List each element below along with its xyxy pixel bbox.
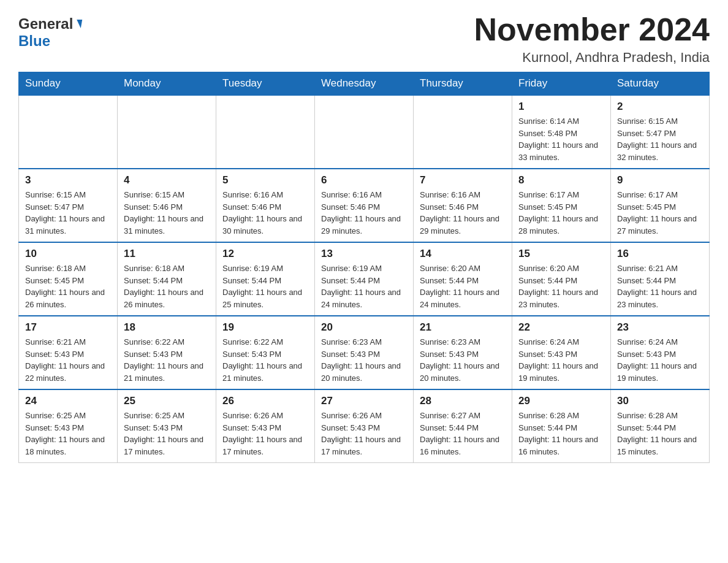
day-number: 2 (617, 101, 703, 113)
calendar-cell: 16Sunrise: 6:21 AMSunset: 5:44 PMDayligh… (611, 242, 710, 316)
day-info: Sunrise: 6:28 AMSunset: 5:44 PMDaylight:… (617, 410, 703, 458)
day-info: Sunrise: 6:19 AMSunset: 5:44 PMDaylight:… (222, 262, 308, 310)
calendar-cell: 7Sunrise: 6:16 AMSunset: 5:46 PMDaylight… (414, 169, 512, 242)
day-number: 4 (124, 174, 210, 186)
day-info: Sunrise: 6:27 AMSunset: 5:44 PMDaylight:… (420, 410, 506, 458)
day-number: 10 (25, 248, 111, 260)
calendar-cell: 11Sunrise: 6:18 AMSunset: 5:44 PMDayligh… (118, 242, 216, 316)
day-info: Sunrise: 6:26 AMSunset: 5:43 PMDaylight:… (321, 410, 407, 458)
day-number: 22 (518, 321, 604, 334)
day-number: 9 (617, 174, 703, 186)
calendar-cell: 5Sunrise: 6:16 AMSunset: 5:46 PMDaylight… (216, 169, 315, 242)
day-number: 30 (617, 395, 703, 407)
day-info: Sunrise: 6:25 AMSunset: 5:43 PMDaylight:… (124, 410, 210, 458)
title-block: November 2024 Kurnool, Andhra Pradesh, I… (474, 12, 710, 66)
day-number: 14 (420, 248, 506, 260)
day-number: 18 (124, 321, 210, 334)
calendar-header-row: SundayMondayTuesdayWednesdayThursdayFrid… (19, 72, 710, 96)
calendar-cell: 23Sunrise: 6:24 AMSunset: 5:43 PMDayligh… (611, 316, 710, 389)
calendar-week-row: 24Sunrise: 6:25 AMSunset: 5:43 PMDayligh… (19, 389, 710, 463)
day-number: 12 (222, 248, 308, 260)
day-number: 23 (617, 321, 703, 334)
page-header: General Blue November 2024 Kurnool, Andh… (18, 12, 710, 66)
calendar-cell: 2Sunrise: 6:15 AMSunset: 5:47 PMDaylight… (611, 95, 710, 169)
day-info: Sunrise: 6:23 AMSunset: 5:43 PMDaylight:… (420, 336, 506, 384)
day-number: 13 (321, 248, 407, 260)
day-info: Sunrise: 6:16 AMSunset: 5:46 PMDaylight:… (222, 189, 308, 237)
calendar-table: SundayMondayTuesdayWednesdayThursdayFrid… (18, 72, 710, 463)
day-info: Sunrise: 6:17 AMSunset: 5:45 PMDaylight:… (617, 189, 703, 237)
day-info: Sunrise: 6:16 AMSunset: 5:46 PMDaylight:… (420, 189, 506, 237)
calendar-cell: 14Sunrise: 6:20 AMSunset: 5:44 PMDayligh… (414, 242, 512, 316)
calendar-cell (315, 95, 414, 169)
calendar-week-row: 10Sunrise: 6:18 AMSunset: 5:45 PMDayligh… (19, 242, 710, 316)
day-number: 19 (222, 321, 308, 334)
calendar-cell: 4Sunrise: 6:15 AMSunset: 5:46 PMDaylight… (118, 169, 216, 242)
day-number: 16 (617, 248, 703, 260)
day-number: 15 (518, 248, 604, 260)
month-title: November 2024 (474, 12, 710, 47)
day-number: 25 (124, 395, 210, 407)
calendar-cell (216, 95, 315, 169)
day-number: 6 (321, 174, 407, 186)
calendar-cell: 29Sunrise: 6:28 AMSunset: 5:44 PMDayligh… (512, 389, 611, 463)
day-info: Sunrise: 6:15 AMSunset: 5:47 PMDaylight:… (617, 115, 703, 163)
day-info: Sunrise: 6:22 AMSunset: 5:43 PMDaylight:… (124, 336, 210, 384)
day-number: 29 (518, 395, 604, 407)
day-info: Sunrise: 6:19 AMSunset: 5:44 PMDaylight:… (321, 262, 407, 310)
logo-blue-text: Blue (18, 33, 50, 50)
day-number: 21 (420, 321, 506, 334)
day-number: 5 (222, 174, 308, 186)
day-info: Sunrise: 6:28 AMSunset: 5:44 PMDaylight:… (518, 410, 604, 458)
calendar-header-tuesday: Tuesday (216, 72, 315, 96)
calendar-week-row: 3Sunrise: 6:15 AMSunset: 5:47 PMDaylight… (19, 169, 710, 242)
calendar-cell: 30Sunrise: 6:28 AMSunset: 5:44 PMDayligh… (611, 389, 710, 463)
day-number: 8 (518, 174, 604, 186)
calendar-header-sunday: Sunday (19, 72, 118, 96)
calendar-cell: 19Sunrise: 6:22 AMSunset: 5:43 PMDayligh… (216, 316, 315, 389)
calendar-header-thursday: Thursday (414, 72, 512, 96)
day-info: Sunrise: 6:15 AMSunset: 5:47 PMDaylight:… (25, 189, 111, 237)
calendar-cell (118, 95, 216, 169)
day-number: 24 (25, 395, 111, 407)
calendar-cell: 6Sunrise: 6:16 AMSunset: 5:46 PMDaylight… (315, 169, 414, 242)
day-info: Sunrise: 6:26 AMSunset: 5:43 PMDaylight:… (222, 410, 308, 458)
calendar-cell: 10Sunrise: 6:18 AMSunset: 5:45 PMDayligh… (19, 242, 118, 316)
day-info: Sunrise: 6:23 AMSunset: 5:43 PMDaylight:… (321, 336, 407, 384)
day-number: 27 (321, 395, 407, 407)
calendar-cell: 18Sunrise: 6:22 AMSunset: 5:43 PMDayligh… (118, 316, 216, 389)
day-number: 20 (321, 321, 407, 334)
calendar-cell: 21Sunrise: 6:23 AMSunset: 5:43 PMDayligh… (414, 316, 512, 389)
calendar-cell: 26Sunrise: 6:26 AMSunset: 5:43 PMDayligh… (216, 389, 315, 463)
day-info: Sunrise: 6:16 AMSunset: 5:46 PMDaylight:… (321, 189, 407, 237)
day-number: 28 (420, 395, 506, 407)
day-info: Sunrise: 6:24 AMSunset: 5:43 PMDaylight:… (617, 336, 703, 384)
logo-arrow-icon (75, 20, 82, 28)
calendar-cell: 15Sunrise: 6:20 AMSunset: 5:44 PMDayligh… (512, 242, 611, 316)
calendar-cell: 24Sunrise: 6:25 AMSunset: 5:43 PMDayligh… (19, 389, 118, 463)
day-info: Sunrise: 6:22 AMSunset: 5:43 PMDaylight:… (222, 336, 308, 384)
calendar-cell: 1Sunrise: 6:14 AMSunset: 5:48 PMDaylight… (512, 95, 611, 169)
day-info: Sunrise: 6:21 AMSunset: 5:44 PMDaylight:… (617, 262, 703, 310)
calendar-cell: 12Sunrise: 6:19 AMSunset: 5:44 PMDayligh… (216, 242, 315, 316)
calendar-week-row: 1Sunrise: 6:14 AMSunset: 5:48 PMDaylight… (19, 95, 710, 169)
calendar-cell: 17Sunrise: 6:21 AMSunset: 5:43 PMDayligh… (19, 316, 118, 389)
calendar-cell: 20Sunrise: 6:23 AMSunset: 5:43 PMDayligh… (315, 316, 414, 389)
day-number: 26 (222, 395, 308, 407)
calendar-week-row: 17Sunrise: 6:21 AMSunset: 5:43 PMDayligh… (19, 316, 710, 389)
logo: General Blue (18, 12, 82, 50)
day-number: 3 (25, 174, 111, 186)
calendar-cell: 28Sunrise: 6:27 AMSunset: 5:44 PMDayligh… (414, 389, 512, 463)
calendar-cell: 13Sunrise: 6:19 AMSunset: 5:44 PMDayligh… (315, 242, 414, 316)
day-number: 7 (420, 174, 506, 186)
day-number: 1 (518, 101, 604, 113)
calendar-header-monday: Monday (118, 72, 216, 96)
calendar-header-saturday: Saturday (611, 72, 710, 96)
calendar-cell: 27Sunrise: 6:26 AMSunset: 5:43 PMDayligh… (315, 389, 414, 463)
day-info: Sunrise: 6:18 AMSunset: 5:45 PMDaylight:… (25, 262, 111, 310)
day-info: Sunrise: 6:14 AMSunset: 5:48 PMDaylight:… (518, 115, 604, 163)
calendar-cell (414, 95, 512, 169)
day-info: Sunrise: 6:21 AMSunset: 5:43 PMDaylight:… (25, 336, 111, 384)
day-info: Sunrise: 6:18 AMSunset: 5:44 PMDaylight:… (124, 262, 210, 310)
calendar-cell: 8Sunrise: 6:17 AMSunset: 5:45 PMDaylight… (512, 169, 611, 242)
